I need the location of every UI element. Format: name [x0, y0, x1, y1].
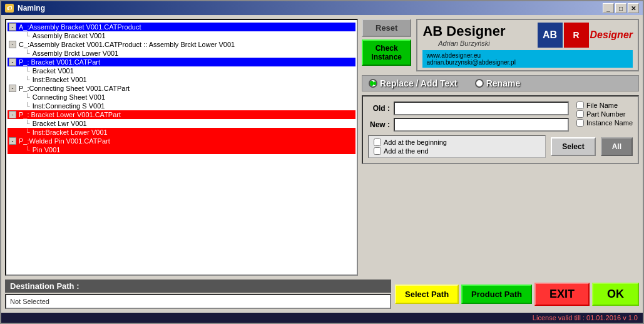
- select-button[interactable]: Select: [551, 137, 595, 156]
- new-input[interactable]: [394, 118, 569, 132]
- logo-info-box: www.abdesigner.eu adrian.burzynski@abdes…: [422, 50, 633, 68]
- tree-item-6[interactable]: └ Bracket V001: [8, 66, 355, 75]
- content-area: - A_:Assembly Bracket V001.CATProduct └ …: [1, 15, 643, 313]
- file-name-checkbox[interactable]: [576, 102, 584, 109]
- logo-title: AB Designer: [422, 23, 505, 39]
- check-instance-button[interactable]: CheckInstance: [362, 39, 411, 66]
- logo-subtitle: Adrian Burzyński: [422, 39, 505, 47]
- part-number-label: Part Number: [586, 110, 625, 118]
- tree-item-15[interactable]: └ Pin V001: [8, 145, 355, 154]
- radio-replace[interactable]: Replace / Add Text: [369, 78, 457, 88]
- form-bottom: Add at the beginning Add at the end Sele…: [368, 135, 633, 158]
- destination-value: Not Selected: [5, 294, 391, 309]
- tree-item-10-text: Inst:Connecting S V001: [33, 102, 105, 110]
- status-text: License valid till : 01.01.2016 v 1.0: [533, 314, 638, 321]
- tree-toggle-3[interactable]: -: [9, 41, 16, 48]
- add-end-item[interactable]: Add at the end: [374, 147, 540, 155]
- destination-label: Destination Path :: [10, 281, 79, 291]
- replace-form: Old : New : File Name: [362, 95, 639, 164]
- minimize-button[interactable]: _: [603, 3, 614, 13]
- tree-toggle-1[interactable]: -: [9, 23, 16, 31]
- tree-item-14[interactable]: - P_:Welded Pin V001.CATPart: [8, 137, 355, 145]
- tree-toggle-14[interactable]: -: [9, 137, 16, 145]
- tree-item-10[interactable]: └ Inst:Connecting S V001: [8, 102, 355, 110]
- add-beginning-label: Add at the beginning: [384, 138, 447, 146]
- old-row: Old :: [368, 102, 569, 115]
- tree-item-9[interactable]: └ Connecting Sheet V001: [8, 93, 355, 102]
- product-path-button[interactable]: Product Path: [461, 285, 532, 304]
- mode-selector: Replace / Add Text Rename: [362, 75, 639, 91]
- tree-toggle-8[interactable]: -: [9, 85, 16, 92]
- tree-item-15-text: Pin V001: [33, 146, 61, 154]
- add-end-label: Add at the end: [384, 147, 429, 155]
- checkbox-group: File Name Part Number Instance Name: [576, 102, 633, 132]
- main-row: - A_:Assembly Bracket V001.CATProduct └ …: [5, 19, 639, 276]
- tree-item-2[interactable]: └ Assembly Bracket V001: [8, 31, 355, 40]
- radio-replace-btn[interactable]: [369, 79, 377, 88]
- tree-item-9-text: Connecting Sheet V001: [33, 93, 105, 101]
- tree-item-8-text: P_:Connecting Sheet V001.CATPart: [19, 85, 130, 92]
- add-end-checkbox[interactable]: [374, 147, 381, 155]
- tree-item-13-text: Inst:Bracket Lower V001: [33, 128, 108, 136]
- title-bar-text: 🏷 Naming: [5, 4, 45, 13]
- reset-button[interactable]: Reset: [362, 19, 411, 37]
- tree-toggle-11[interactable]: -: [9, 111, 16, 118]
- add-beginning-item[interactable]: Add at the beginning: [374, 138, 540, 146]
- logo-box: AB Designer Adrian Burzyński AB R Design…: [416, 19, 639, 71]
- tree-item-5-text: P_: Bracket V001.CATPart: [19, 58, 100, 66]
- instance-name-checkbox[interactable]: [576, 119, 584, 127]
- exit-button[interactable]: EXIT: [534, 283, 590, 306]
- file-name-label: File Name: [586, 102, 618, 109]
- radio-replace-indicator: [370, 81, 374, 86]
- maximize-button[interactable]: □: [615, 3, 626, 13]
- close-button[interactable]: ✕: [628, 3, 639, 13]
- tree-item-1-text: A_:Assembly Bracket V001.CATProduct: [19, 23, 141, 31]
- right-panel: Reset CheckInstance AB Designer Adrian B…: [362, 19, 639, 276]
- instance-name-checkbox-item[interactable]: Instance Name: [576, 119, 633, 127]
- tree-item-1[interactable]: - A_:Assembly Bracket V001.CATProduct: [8, 23, 355, 31]
- old-input[interactable]: [394, 102, 569, 115]
- tree-item-5[interactable]: - P_: Bracket V001.CATPart: [8, 58, 355, 66]
- tree-item-11-text: P_: Bracket Lower V001.CATPart: [19, 111, 121, 118]
- select-path-button[interactable]: Select Path: [395, 285, 459, 304]
- tree-item-3[interactable]: - C_:Assembly Bracket V001.CATProduct ::…: [8, 40, 355, 49]
- part-number-checkbox[interactable]: [576, 110, 584, 118]
- form-fields-row: Old : New : File Name: [368, 102, 633, 132]
- tree-item-4[interactable]: └ Assembly Brckt Lower V001: [8, 49, 355, 58]
- tree-item-4-text: Assembly Brckt Lower V001: [33, 50, 119, 57]
- bottom-section: Destination Path : Not Selected Select P…: [5, 280, 639, 309]
- status-bar: License valid till : 01.01.2016 v 1.0: [1, 313, 643, 323]
- old-label: Old :: [368, 104, 390, 113]
- logo-icons: AB R Designer: [538, 23, 633, 48]
- radio-replace-label: Replace / Add Text: [380, 78, 457, 88]
- radio-rename-btn[interactable]: [475, 79, 484, 88]
- top-section: Reset CheckInstance AB Designer Adrian B…: [362, 19, 639, 71]
- window-title: Naming: [18, 4, 45, 13]
- all-button[interactable]: All: [601, 137, 633, 156]
- path-action-buttons: Select Path Product Path EXIT OK: [395, 280, 639, 309]
- main-window: 🏷 Naming _ □ ✕ - A_:Assembly Bracket V00…: [0, 0, 644, 324]
- tree-item-13[interactable]: └ Inst:Bracket Lower V001: [8, 128, 355, 137]
- add-beginning-checkbox[interactable]: [374, 138, 381, 146]
- logo-icon-r: R: [564, 23, 589, 48]
- action-buttons: Reset CheckInstance: [362, 19, 411, 66]
- destination-not-selected: Not Selected: [10, 298, 49, 305]
- tree-item-12[interactable]: └ Bracket Lwr V001: [8, 119, 355, 128]
- tree-item-2-text: Assembly Bracket V001: [33, 32, 106, 39]
- tree-toggle-5[interactable]: -: [9, 58, 16, 66]
- radio-rename[interactable]: Rename: [475, 78, 520, 88]
- tree-item-6-text: Bracket V001: [33, 67, 74, 75]
- instance-name-label: Instance Name: [586, 119, 633, 127]
- form-fields: Old : New :: [368, 102, 569, 132]
- title-bar-controls: _ □ ✕: [603, 3, 639, 13]
- tree-item-7[interactable]: └ Inst:Bracket V001: [8, 75, 355, 84]
- file-name-checkbox-item[interactable]: File Name: [576, 102, 633, 109]
- tree-panel[interactable]: - A_:Assembly Bracket V001.CATProduct └ …: [5, 19, 358, 276]
- ok-button[interactable]: OK: [592, 283, 639, 306]
- tree-item-8[interactable]: - P_:Connecting Sheet V001.CATPart: [8, 84, 355, 93]
- logo-top: AB Designer Adrian Burzyński AB R Design…: [422, 23, 633, 48]
- title-bar: 🏷 Naming _ □ ✕: [1, 1, 643, 15]
- part-number-checkbox-item[interactable]: Part Number: [576, 110, 633, 118]
- dest-label-bar: Destination Path :: [5, 280, 391, 293]
- tree-item-11[interactable]: - P_: Bracket Lower V001.CATPart: [8, 110, 355, 119]
